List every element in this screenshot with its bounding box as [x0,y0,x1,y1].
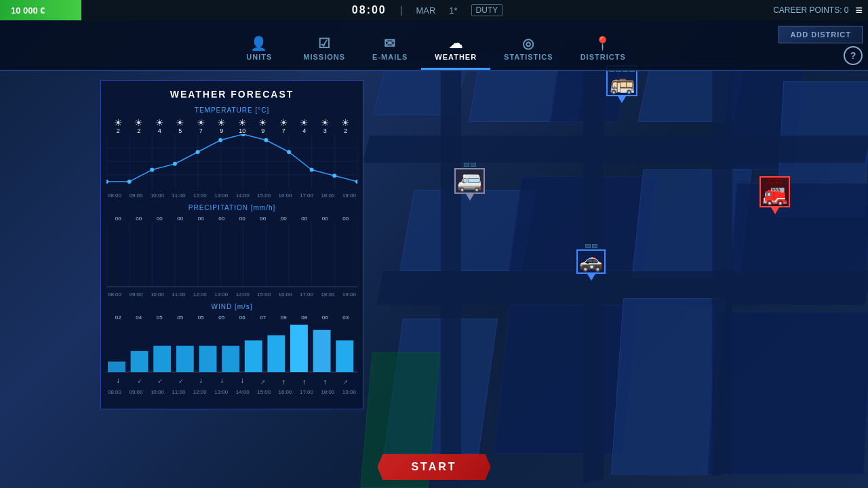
temp-val-6: 10 [239,127,245,134]
svg-rect-49 [267,336,285,372]
temp-val-7: 9 [261,127,264,134]
ptime-2: 10:00 [151,291,164,298]
money-value: 10 000 € [11,5,45,16]
wind-val-4: 05 [191,314,212,321]
rank-display: 1* [449,5,457,16]
help-button[interactable]: ? [844,46,863,65]
sun-icon-5: ☀ [217,118,226,127]
ptime-7: 15:00 [257,291,271,298]
svg-point-17 [150,168,154,172]
van-status-dots [464,163,476,167]
ptime-11: 19:00 [342,291,356,298]
tab-districts[interactable]: 📍 DISTRICTS [567,31,639,70]
wtime-10: 18:00 [321,389,334,395]
money-display: 10 000 € [0,0,81,20]
svg-rect-52 [336,340,353,372]
districts-icon: 📍 [594,37,612,50]
temp-col-9: ☀4 [294,118,315,134]
temp-col-1: ☀2 [129,118,150,134]
precipitation-label: PRECIPITATION [mm/h] [106,204,357,211]
wind-val-0: 02 [108,314,129,321]
svg-rect-45 [176,346,194,372]
wind-arrow-8: ↑ [273,378,294,386]
vehicle-pointer-police [587,274,595,281]
wind-val-1: 04 [129,314,150,321]
start-button[interactable]: START [377,454,490,480]
tab-missions[interactable]: ☑ MISSIONS [290,31,359,70]
ttime-2: 10:00 [151,192,164,199]
add-district-button[interactable]: ADD DISTRICT [778,26,863,43]
ptime-4: 12:00 [193,291,207,298]
ttime-6: 14:00 [236,192,250,199]
sun-icon-8: ☀ [279,118,288,127]
temp-col-4: ☀7 [191,118,212,134]
ttime-11: 19:00 [342,192,356,199]
svg-point-16 [127,180,132,184]
top-center-info: 08:00 | MAR 1* DUTY [81,4,773,16]
police-dot-1 [585,244,591,248]
precip-val-11: 00 [336,216,357,222]
wind-val-10: 06 [315,314,336,321]
svg-point-18 [173,162,177,166]
ptime-3: 11:00 [172,291,185,298]
svg-rect-48 [245,340,262,372]
wind-val-11: 03 [336,314,357,321]
ttime-9: 17:00 [300,192,313,199]
sun-icon-1: ☀ [134,118,143,127]
precipitation-chart [106,223,357,287]
sun-icon-4: ☀ [197,118,205,127]
sun-icon-2: ☀ [155,118,164,127]
wtime-8: 16:00 [279,389,292,395]
temperature-time-labels: 08:00 09:00 10:00 11:00 12:00 13:00 14:0… [106,191,357,199]
vehicle-marker-police[interactable]: 🚓 [576,244,606,281]
wind-val-9: 08 [294,314,315,321]
ptime-10: 18:00 [321,291,334,298]
precip-val-10: 00 [315,216,336,222]
time-display: 08:00 [352,4,387,16]
top-right-buttons: ADD DISTRICT ? [773,20,868,70]
menu-icon[interactable]: ≡ [855,3,863,18]
ttime-1: 09:00 [129,192,142,199]
van-dot-1 [464,163,469,167]
wtime-9: 17:00 [300,389,313,395]
svg-point-19 [196,150,200,154]
police-icon: 🚓 [579,252,603,271]
wind-val-8: 09 [273,314,294,321]
temperature-label: TEMPERATURE [°C] [106,106,357,114]
top-right-area: CAREER POINTS: 0 ≡ [773,3,868,18]
weather-panel-title: WEATHER FORECAST [106,89,357,100]
temp-col-0: ☀2 [108,118,129,134]
tab-emails[interactable]: ✉ E-MAILS [359,31,421,70]
temp-val-0: 2 [117,127,120,134]
duty-badge: DUTY [471,4,503,16]
wind-label: WIND [m/s] [106,303,357,310]
temp-col-10: ☀3 [315,118,336,134]
ttime-10: 18:00 [321,192,334,199]
temp-col-6: ☀10 [232,118,253,134]
temp-val-3: 5 [178,127,182,134]
temp-col-2: ☀4 [149,118,170,134]
sun-icon-10: ☀ [321,118,330,127]
sun-icon-11: ☀ [341,118,350,127]
wind-val-7: 07 [253,314,274,321]
temp-col-5: ☀9 [212,118,233,134]
tab-weather[interactable]: ☁ WEATHER [421,31,490,70]
vehicle-marker-van[interactable]: 🚐 [454,163,485,201]
ttime-7: 15:00 [257,192,271,199]
temp-val-1: 2 [137,127,140,134]
vehicle-pointer-red [771,207,779,214]
ptime-9: 17:00 [300,291,313,298]
vehicle-marker-red-truck[interactable]: 🚒 [760,176,790,214]
precip-val-6: 00 [232,216,253,222]
wind-val-6: 06 [232,314,253,321]
tab-units[interactable]: 👤 UNITS [229,31,290,70]
statistics-icon: ◎ [522,37,534,50]
temp-col-7: ☀9 [253,118,274,134]
tab-statistics[interactable]: ◎ STATISTICS [490,31,567,70]
units-icon: 👤 [250,37,268,50]
wtime-0: 08:00 [108,389,121,395]
wtime-5: 13:00 [214,389,228,395]
wind-section: WIND [m/s] 02 04 05 05 05 05 06 07 09 08… [106,303,357,395]
svg-point-25 [332,174,336,178]
weather-panel: WEATHER FORECAST TEMPERATURE [°C] ☀2 ☀2 … [100,80,363,409]
